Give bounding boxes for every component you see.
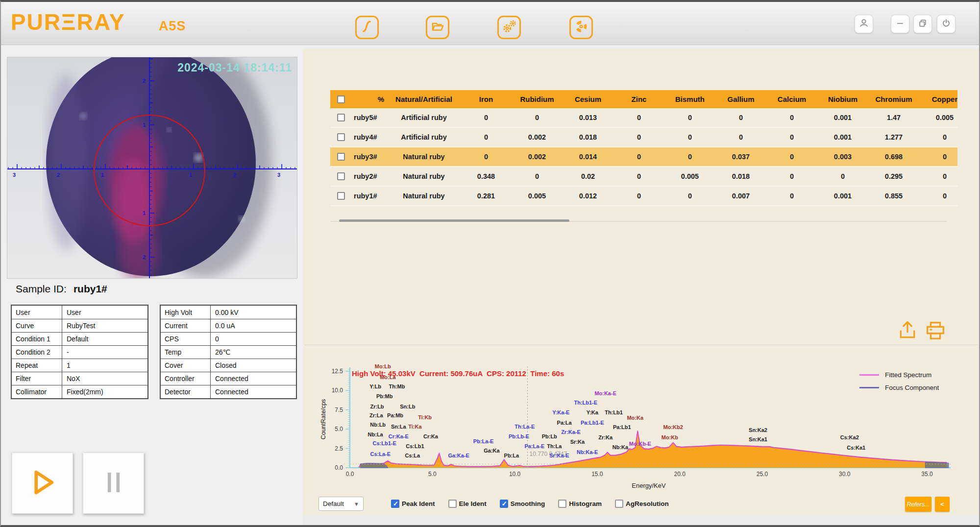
svg-text:1: 1 — [143, 122, 146, 128]
param-value: Closed — [211, 359, 237, 372]
row-checkbox[interactable] — [337, 114, 345, 121]
checkbox-agresolution[interactable]: AgResolution — [615, 500, 669, 508]
svg-text:25.0: 25.0 — [757, 471, 768, 478]
start-button[interactable] — [12, 453, 73, 514]
svg-text:Sr:Ka: Sr:Ka — [570, 439, 585, 445]
value-cell: 0.003 — [817, 153, 868, 161]
column-header: Chromium — [868, 95, 919, 103]
row-checkbox[interactable] — [337, 153, 345, 161]
value-cell: 0 — [766, 172, 817, 180]
param-row: Repeat1 — [12, 359, 147, 372]
column-header: Zinc — [613, 95, 664, 103]
checkbox-peak-ident[interactable]: Peak Ident — [391, 500, 435, 508]
table-row[interactable]: ruby2#Natural ruby0.34800.0200.0050.0180… — [330, 167, 957, 187]
svg-text:Sn:Lb: Sn:Lb — [400, 404, 415, 409]
checkbox-ele-ident[interactable]: Ele Ident — [448, 500, 487, 508]
table-hscroll-handle[interactable] — [339, 219, 569, 222]
row-checkbox-cell — [330, 153, 352, 161]
xray-button[interactable] — [569, 16, 593, 39]
param-row: Condition 1Default — [12, 332, 147, 345]
settings-button[interactable] — [497, 16, 521, 39]
print-button[interactable] — [924, 319, 947, 344]
value-cell: 0.001 — [817, 114, 868, 121]
row-checkbox[interactable] — [337, 133, 345, 141]
svg-text:Zr:Ka-E: Zr:Ka-E — [561, 429, 581, 435]
param-key: Filter — [12, 372, 62, 385]
table-row[interactable]: ruby3#Natural ruby00.0020.014000.03700.0… — [330, 147, 957, 167]
svg-text:Mo:Lb: Mo:Lb — [375, 363, 391, 369]
unchecked-checkbox-icon[interactable] — [448, 500, 457, 508]
checked-checkbox-icon[interactable] — [500, 500, 508, 508]
preset-value: Default — [323, 500, 344, 507]
spectrum-chart[interactable]: 0.05.010.015.020.025.030.035.00.02.55.07… — [315, 347, 971, 494]
value-cell: 0.014 — [563, 153, 613, 161]
user-button[interactable] — [855, 15, 873, 33]
column-header: Cesium — [563, 95, 613, 103]
value-cell: 0.001 — [817, 192, 868, 200]
param-key: Cover — [161, 359, 211, 372]
param-value: Fixed(2mm) — [62, 385, 103, 398]
value-cell: 0 — [613, 114, 664, 121]
svg-text:Y:Ka-E: Y:Ka-E — [552, 409, 569, 415]
checkbox-histogram[interactable]: Histogram — [558, 500, 602, 508]
row-checkbox-cell — [330, 192, 352, 200]
svg-text:Ga:Ka: Ga:Ka — [484, 448, 500, 454]
svg-text:Th:Lb1: Th:Lb1 — [605, 409, 623, 415]
legend-label: Focus Component — [885, 384, 939, 391]
value-cell: 0.013 — [563, 114, 613, 121]
svg-text:Y:Ka: Y:Ka — [587, 409, 599, 415]
results-table: %Natural/ArtificialIronRubidiumCesiumZin… — [330, 90, 957, 206]
svg-text:Sn:Ka1: Sn:Ka1 — [749, 436, 767, 442]
pause-button[interactable] — [83, 453, 144, 514]
table-row[interactable]: ruby1#Natural ruby0.2810.0050.012000.007… — [330, 187, 957, 206]
select-all-checkbox[interactable] — [337, 96, 345, 103]
header-checkbox-cell — [330, 96, 352, 103]
unchecked-checkbox-icon[interactable] — [615, 500, 623, 508]
restore-button[interactable] — [913, 15, 932, 33]
value-cell: 0 — [664, 133, 715, 141]
instrument-status-table: High Volt0.00 kVCurrent0.0 uACPS0Temp26℃… — [160, 305, 297, 399]
legend-label: Fitted Spectrum — [885, 371, 931, 379]
checked-checkbox-icon[interactable] — [391, 500, 399, 508]
svg-text:Th:La: Th:La — [547, 443, 562, 449]
svg-text:7.5: 7.5 — [335, 407, 343, 413]
focus-component-swatch — [859, 387, 879, 388]
param-value: Connected — [211, 385, 248, 398]
value-cell: 0.295 — [868, 172, 919, 180]
collapse-button[interactable]: < — [935, 497, 950, 512]
svg-text:Cs:Lb1: Cs:Lb1 — [406, 443, 424, 449]
svg-text:2: 2 — [143, 78, 146, 84]
svg-text:20.0: 20.0 — [674, 471, 686, 478]
camera-view: 3211232112 2024-03-14 18:14:11 — [7, 57, 297, 279]
preset-select[interactable]: Default ▼ — [318, 497, 364, 511]
value-cell: 0 — [766, 114, 817, 121]
export-button[interactable] — [897, 319, 918, 343]
value-cell: 0 — [613, 133, 664, 141]
value-cell: 0 — [461, 133, 512, 141]
svg-text:2: 2 — [233, 172, 236, 178]
svg-text:Mo:Kb2: Mo:Kb2 — [663, 424, 683, 430]
pause-icon — [98, 467, 129, 500]
power-button[interactable] — [937, 15, 956, 33]
svg-text:Cr:Ka: Cr:Ka — [423, 433, 439, 439]
open-file-button[interactable] — [426, 16, 449, 39]
type-cell: Artificial ruby — [387, 133, 461, 141]
refers-button[interactable]: Refers... — [905, 497, 931, 512]
curve-button[interactable] — [355, 16, 379, 39]
value-cell: 0 — [919, 133, 957, 141]
svg-text:Pa:Lb1-E: Pa:Lb1-E — [581, 420, 604, 426]
chart-legend: Fitted Spectrum Focus Component — [859, 368, 939, 394]
checkbox-smoothing[interactable]: Smoothing — [500, 500, 545, 508]
table-row[interactable]: ruby4#Artificial ruby00.0020.01800000.00… — [330, 128, 957, 147]
table-row[interactable]: ruby5#Artificial ruby000.01300000.0011.4… — [330, 108, 957, 128]
value-cell: 0 — [766, 192, 817, 200]
minimize-button[interactable] — [891, 15, 909, 33]
unchecked-checkbox-icon[interactable] — [558, 500, 566, 508]
row-checkbox[interactable] — [337, 172, 345, 180]
row-checkbox[interactable] — [337, 192, 345, 200]
value-cell: 0 — [919, 172, 957, 180]
open-folder-icon — [430, 19, 445, 36]
app-model: A5S — [159, 19, 186, 34]
sample-id-cell: ruby5# — [352, 114, 387, 121]
type-cell: Artificial ruby — [387, 114, 461, 121]
